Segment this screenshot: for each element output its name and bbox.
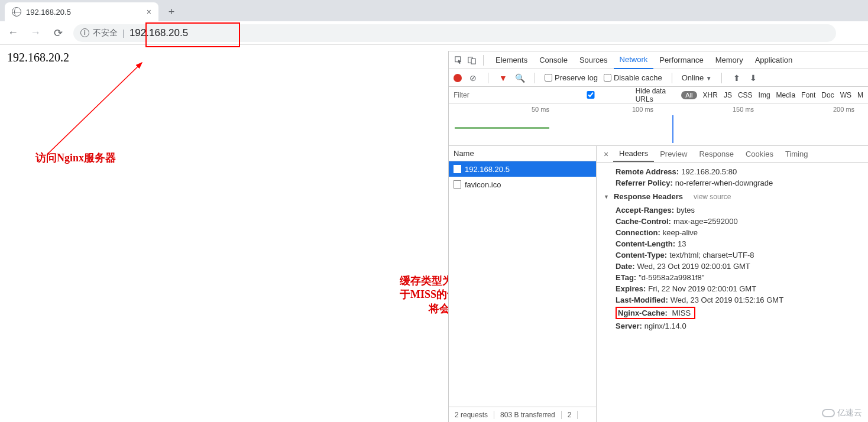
header-line: Cache-Control:max-age=2592000: [604, 216, 861, 227]
filter-bar: Hide data URLs AllXHRJSCSSImgMediaFontDo…: [449, 87, 868, 103]
detail-tab-cookies[interactable]: Cookies: [740, 146, 779, 162]
filter-type-doc[interactable]: Doc: [821, 91, 834, 99]
request-footer: 2 requests 803 B transferred 2: [449, 407, 596, 422]
request-detail: × HeadersPreviewResponseCookiesTiming Re…: [597, 146, 868, 422]
header-line: Remote Address:192.168.20.5:80: [604, 166, 861, 177]
header-line: Server:nginx/1.14.0: [604, 320, 861, 332]
document-icon: [454, 165, 461, 173]
header-line: Referrer Policy:no-referrer-when-downgra…: [604, 177, 861, 189]
view-source-link[interactable]: view source: [694, 193, 731, 201]
devtools-tab-performance[interactable]: Performance: [653, 51, 709, 69]
detail-tab-response[interactable]: Response: [693, 146, 740, 162]
device-toggle-icon[interactable]: [467, 55, 477, 66]
detail-tab-timing[interactable]: Timing: [779, 146, 814, 162]
devtools-tabs: ElementsConsoleSourcesNetworkPerformance…: [449, 51, 868, 69]
hide-data-urls-checkbox[interactable]: Hide data URLs: [548, 87, 675, 103]
devtools-tab-console[interactable]: Console: [533, 51, 574, 69]
reload-button[interactable]: ⟳: [51, 26, 65, 40]
info-icon: i: [80, 28, 89, 37]
record-button[interactable]: [454, 74, 462, 82]
upload-har-icon[interactable]: ⬆: [731, 73, 742, 83]
detail-tab-headers[interactable]: Headers: [613, 146, 654, 162]
forward-button[interactable]: →: [28, 26, 43, 40]
close-tab-icon[interactable]: ×: [147, 7, 151, 17]
filter-type-media[interactable]: Media: [776, 91, 796, 99]
filter-type-css[interactable]: CSS: [738, 91, 753, 99]
response-headers-section[interactable]: Response Headersview source: [604, 189, 861, 204]
header-line: Last-Modified:Wed, 23 Oct 2019 01:52:16 …: [604, 294, 861, 306]
throttle-select[interactable]: Online ▼: [682, 73, 712, 82]
close-detail-icon[interactable]: ×: [600, 150, 612, 159]
download-har-icon[interactable]: ⬇: [748, 73, 759, 83]
omnibox[interactable]: i 不安全 | 192.168.20.5: [73, 24, 836, 42]
devtools-panel: ElementsConsoleSourcesNetworkPerformance…: [448, 51, 868, 422]
url-text: 192.168.20.5: [129, 27, 188, 39]
inspect-icon[interactable]: [454, 55, 464, 66]
filter-type-img[interactable]: Img: [759, 91, 770, 99]
filter-type-ws[interactable]: WS: [840, 91, 851, 99]
separator: |: [122, 28, 125, 38]
filter-type-m[interactable]: M: [857, 91, 863, 99]
filter-type-xhr[interactable]: XHR: [703, 91, 718, 99]
back-button[interactable]: ←: [6, 26, 20, 40]
address-bar: ← → ⟳ i 不安全 | 192.168.20.5: [0, 21, 868, 45]
header-line: Content-Type:text/html; charset=UTF-8: [604, 249, 861, 261]
devtools-tab-application[interactable]: Application: [749, 51, 799, 69]
detail-tabs: × HeadersPreviewResponseCookiesTiming: [597, 146, 868, 163]
tab-title: 192.168.20.5: [26, 8, 71, 17]
new-tab-button[interactable]: +: [163, 4, 180, 20]
clear-button[interactable]: ⊘: [468, 73, 478, 83]
svg-rect-4: [471, 59, 475, 64]
request-list: Name 192.168.20.5 favicon.ico 2 requests…: [449, 146, 597, 422]
globe-icon: [12, 7, 21, 17]
devtools-tab-network[interactable]: Network: [614, 51, 654, 69]
request-row[interactable]: favicon.ico: [449, 177, 596, 192]
devtools-tab-elements[interactable]: Elements: [490, 51, 533, 69]
security-status[interactable]: i 不安全: [80, 28, 118, 38]
header-line: Connection:keep-alive: [604, 227, 861, 238]
request-list-header[interactable]: Name: [449, 146, 596, 161]
cloud-icon: [822, 409, 835, 417]
filter-toggle-icon[interactable]: ▼: [498, 73, 509, 83]
header-line: ETag:"d-5958a2a9981f8": [604, 272, 861, 283]
filter-type-font[interactable]: Font: [801, 91, 815, 99]
annotation-1: 访问Nginx服务器: [35, 151, 116, 165]
network-toolbar: ⊘ ▼ 🔍 Preserve log Disable cache Online …: [449, 69, 868, 87]
search-icon[interactable]: 🔍: [514, 73, 525, 83]
disable-cache-checkbox[interactable]: Disable cache: [604, 73, 662, 82]
filter-input[interactable]: [454, 91, 542, 99]
svg-line-0: [47, 63, 142, 154]
header-line: Content-Length:13: [604, 238, 861, 249]
watermark: 亿速云: [822, 408, 862, 418]
filter-type-all[interactable]: All: [681, 91, 697, 99]
browser-tab[interactable]: 192.168.20.5 ×: [5, 2, 158, 21]
devtools-tab-memory[interactable]: Memory: [710, 51, 749, 69]
header-line: Expires:Fri, 22 Nov 2019 02:00:01 GMT: [604, 283, 861, 294]
request-row[interactable]: 192.168.20.5: [449, 161, 596, 177]
waterfall-overview[interactable]: 50 ms 100 ms 150 ms 200 ms: [449, 103, 868, 146]
detail-tab-preview[interactable]: Preview: [654, 146, 693, 162]
header-line: Date:Wed, 23 Oct 2019 02:00:01 GMT: [604, 261, 861, 272]
filter-type-js[interactable]: JS: [724, 91, 732, 99]
devtools-tab-sources[interactable]: Sources: [574, 51, 614, 69]
header-line: Accept-Ranges:bytes: [604, 204, 861, 216]
preserve-log-checkbox[interactable]: Preserve log: [545, 73, 598, 82]
document-icon: [454, 180, 461, 189]
header-line: Nginx-Cache: MISS: [604, 306, 861, 320]
browser-tab-bar: 192.168.20.5 × +: [0, 0, 868, 21]
